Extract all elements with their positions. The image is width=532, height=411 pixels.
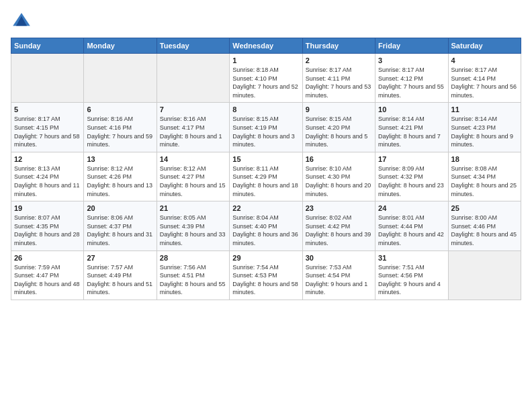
day-info: Sunrise: 7:56 AM Sunset: 4:51 PM Dayligh… [160,263,226,297]
calendar-cell [84,54,157,103]
calendar-cell: 28Sunrise: 7:56 AM Sunset: 4:51 PM Dayli… [157,250,229,300]
day-number: 28 [160,254,226,262]
day-info: Sunrise: 8:18 AM Sunset: 4:10 PM Dayligh… [232,66,299,99]
calendar-week-row: 19Sunrise: 8:07 AM Sunset: 4:35 PM Dayli… [11,201,521,250]
day-info: Sunrise: 8:16 AM Sunset: 4:17 PM Dayligh… [160,115,226,148]
day-number: 7 [160,105,226,113]
day-info: Sunrise: 8:06 AM Sunset: 4:37 PM Dayligh… [87,214,153,247]
day-number: 6 [87,105,153,113]
day-info: Sunrise: 7:53 AM Sunset: 4:54 PM Dayligh… [306,263,372,297]
day-info: Sunrise: 8:17 AM Sunset: 4:12 PM Dayligh… [378,66,445,99]
day-info: Sunrise: 8:17 AM Sunset: 4:11 PM Dayligh… [306,66,372,99]
logo-icon [11,11,32,32]
calendar-cell: 21Sunrise: 8:05 AM Sunset: 4:39 PM Dayli… [157,201,229,250]
calendar-cell: 13Sunrise: 8:12 AM Sunset: 4:26 PM Dayli… [84,152,157,201]
calendar-cell [11,54,84,103]
calendar-cell: 1Sunrise: 8:18 AM Sunset: 4:10 PM Daylig… [230,54,302,103]
day-number: 26 [14,254,81,262]
day-number: 30 [306,254,372,262]
logo [11,11,35,32]
day-info: Sunrise: 8:13 AM Sunset: 4:24 PM Dayligh… [14,165,81,198]
day-number: 5 [14,105,81,113]
calendar-cell: 8Sunrise: 8:15 AM Sunset: 4:19 PM Daylig… [230,103,302,152]
day-info: Sunrise: 7:59 AM Sunset: 4:47 PM Dayligh… [14,263,81,297]
day-number: 25 [451,204,518,212]
day-number: 10 [378,105,445,113]
day-number: 1 [232,56,299,64]
day-info: Sunrise: 8:14 AM Sunset: 4:23 PM Dayligh… [451,115,518,148]
calendar-cell: 5Sunrise: 8:17 AM Sunset: 4:15 PM Daylig… [11,103,84,152]
calendar-week-row: 26Sunrise: 7:59 AM Sunset: 4:47 PM Dayli… [11,250,521,300]
calendar-cell: 7Sunrise: 8:16 AM Sunset: 4:17 PM Daylig… [157,103,229,152]
calendar-cell [448,250,521,300]
day-info: Sunrise: 8:14 AM Sunset: 4:21 PM Dayligh… [378,115,445,148]
day-number: 22 [232,204,299,212]
day-info: Sunrise: 7:51 AM Sunset: 4:56 PM Dayligh… [378,263,445,297]
header [11,11,521,32]
day-number: 11 [451,105,518,113]
day-number: 21 [160,204,226,212]
calendar-cell [157,54,229,103]
day-info: Sunrise: 8:01 AM Sunset: 4:44 PM Dayligh… [378,214,445,247]
day-info: Sunrise: 8:15 AM Sunset: 4:20 PM Dayligh… [306,115,372,148]
calendar-cell: 23Sunrise: 8:02 AM Sunset: 4:42 PM Dayli… [302,201,375,250]
calendar-week-row: 1Sunrise: 8:18 AM Sunset: 4:10 PM Daylig… [11,54,521,103]
day-number: 29 [232,254,299,262]
calendar-cell: 10Sunrise: 8:14 AM Sunset: 4:21 PM Dayli… [375,103,448,152]
calendar-cell: 30Sunrise: 7:53 AM Sunset: 4:54 PM Dayli… [302,250,375,300]
day-number: 13 [87,155,153,163]
day-info: Sunrise: 8:17 AM Sunset: 4:15 PM Dayligh… [14,115,81,148]
calendar-cell: 20Sunrise: 8:06 AM Sunset: 4:37 PM Dayli… [84,201,157,250]
calendar-cell: 16Sunrise: 8:10 AM Sunset: 4:30 PM Dayli… [302,152,375,201]
calendar-week-row: 12Sunrise: 8:13 AM Sunset: 4:24 PM Dayli… [11,152,521,201]
day-number: 27 [87,254,153,262]
day-info: Sunrise: 8:02 AM Sunset: 4:42 PM Dayligh… [306,214,372,247]
weekday-header: Wednesday [230,38,302,54]
day-number: 23 [306,204,372,212]
day-number: 14 [160,155,226,163]
calendar-cell: 19Sunrise: 8:07 AM Sunset: 4:35 PM Dayli… [11,201,84,250]
day-number: 20 [87,204,153,212]
day-number: 2 [306,56,372,64]
day-number: 19 [14,204,81,212]
calendar-cell: 18Sunrise: 8:08 AM Sunset: 4:34 PM Dayli… [448,152,521,201]
weekday-header: Saturday [448,38,521,54]
day-number: 12 [14,155,81,163]
day-info: Sunrise: 8:17 AM Sunset: 4:14 PM Dayligh… [451,66,518,99]
day-info: Sunrise: 8:04 AM Sunset: 4:40 PM Dayligh… [232,214,299,247]
weekday-header: Tuesday [157,38,229,54]
day-number: 3 [378,56,445,64]
day-number: 17 [378,155,445,163]
calendar-cell: 17Sunrise: 8:09 AM Sunset: 4:32 PM Dayli… [375,152,448,201]
day-number: 18 [451,155,518,163]
calendar-cell: 24Sunrise: 8:01 AM Sunset: 4:44 PM Dayli… [375,201,448,250]
day-info: Sunrise: 7:54 AM Sunset: 4:53 PM Dayligh… [232,263,299,297]
weekday-header: Thursday [302,38,375,54]
calendar-cell: 4Sunrise: 8:17 AM Sunset: 4:14 PM Daylig… [448,54,521,103]
day-number: 15 [232,155,299,163]
calendar-week-row: 5Sunrise: 8:17 AM Sunset: 4:15 PM Daylig… [11,103,521,152]
weekday-header: Friday [375,38,448,54]
calendar-cell: 2Sunrise: 8:17 AM Sunset: 4:11 PM Daylig… [302,54,375,103]
day-number: 31 [378,254,445,262]
calendar-cell: 15Sunrise: 8:11 AM Sunset: 4:29 PM Dayli… [230,152,302,201]
day-info: Sunrise: 8:16 AM Sunset: 4:16 PM Dayligh… [87,115,153,148]
day-number: 24 [378,204,445,212]
calendar-cell: 25Sunrise: 8:00 AM Sunset: 4:46 PM Dayli… [448,201,521,250]
day-info: Sunrise: 8:08 AM Sunset: 4:34 PM Dayligh… [451,165,518,198]
calendar-table: SundayMondayTuesdayWednesdayThursdayFrid… [11,38,521,300]
day-number: 8 [232,105,299,113]
day-info: Sunrise: 8:12 AM Sunset: 4:27 PM Dayligh… [160,165,226,198]
day-info: Sunrise: 8:12 AM Sunset: 4:26 PM Dayligh… [87,165,153,198]
weekday-header: Monday [84,38,157,54]
day-number: 16 [306,155,372,163]
calendar-cell: 14Sunrise: 8:12 AM Sunset: 4:27 PM Dayli… [157,152,229,201]
calendar-cell: 6Sunrise: 8:16 AM Sunset: 4:16 PM Daylig… [84,103,157,152]
day-number: 9 [306,105,372,113]
calendar-cell: 27Sunrise: 7:57 AM Sunset: 4:49 PM Dayli… [84,250,157,300]
day-info: Sunrise: 8:10 AM Sunset: 4:30 PM Dayligh… [306,165,372,198]
calendar-cell: 22Sunrise: 8:04 AM Sunset: 4:40 PM Dayli… [230,201,302,250]
weekday-header-row: SundayMondayTuesdayWednesdayThursdayFrid… [11,38,521,54]
day-info: Sunrise: 8:11 AM Sunset: 4:29 PM Dayligh… [232,165,299,198]
calendar-cell: 12Sunrise: 8:13 AM Sunset: 4:24 PM Dayli… [11,152,84,201]
